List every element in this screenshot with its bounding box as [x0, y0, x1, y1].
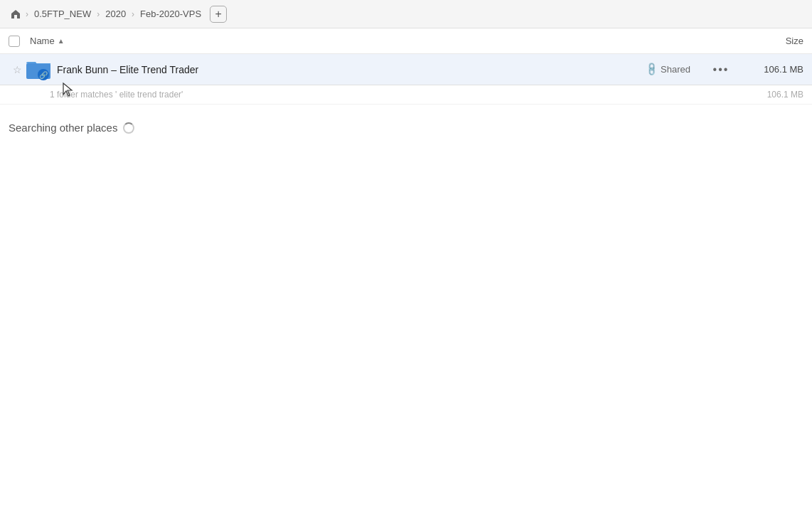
loading-spinner — [123, 122, 134, 134]
separator-3: › — [132, 9, 134, 19]
separator-2: › — [97, 9, 100, 19]
column-headers: Name ▲ Size — [0, 28, 812, 54]
more-options-button[interactable]: ••• — [710, 63, 732, 76]
match-size: 106.1 MB — [767, 90, 803, 100]
folder-icon: 🔗 — [26, 57, 51, 82]
breadcrumb: › 0.5FTP_NEW › 2020 › Feb-2020-VPS + — [9, 6, 227, 23]
separator-1: › — [26, 9, 28, 19]
name-column-header[interactable]: Name ▲ — [30, 36, 718, 46]
add-tab-button[interactable]: + — [210, 6, 227, 23]
breadcrumb-item-0[interactable]: 0.5FTP_NEW — [31, 7, 94, 21]
size-column-header[interactable]: Size — [718, 36, 803, 46]
shared-label: Shared — [661, 64, 690, 75]
breadcrumb-item-1[interactable]: 2020 — [102, 7, 129, 21]
select-all-checkbox-col — [9, 36, 30, 47]
file-row[interactable]: ☆ 🔗 Frank Bunn – Elite Trend Trader 🔗 Sh… — [0, 54, 812, 85]
toolbar: › 0.5FTP_NEW › 2020 › Feb-2020-VPS + — [0, 0, 812, 28]
file-name: Frank Bunn – Elite Trend Trader — [57, 64, 646, 75]
home-icon[interactable] — [9, 7, 23, 21]
sort-arrow-icon: ▲ — [58, 37, 65, 45]
link-icon: 🔗 — [643, 62, 659, 78]
match-info-row: 1 folder matches ' elite trend trader' 1… — [0, 85, 812, 105]
match-text: 1 folder matches ' elite trend trader' — [50, 90, 183, 100]
shared-badge: 🔗 Shared — [646, 64, 710, 75]
select-all-checkbox[interactable] — [9, 36, 20, 47]
name-label: Name — [30, 36, 55, 46]
breadcrumb-item-2[interactable]: Feb-2020-VPS — [137, 7, 204, 21]
searching-label: Searching other places — [9, 122, 117, 134]
svg-text:🔗: 🔗 — [39, 70, 48, 80]
file-size: 106.1 MB — [732, 64, 803, 75]
star-icon[interactable]: ☆ — [9, 64, 26, 75]
searching-section: Searching other places — [0, 105, 812, 142]
